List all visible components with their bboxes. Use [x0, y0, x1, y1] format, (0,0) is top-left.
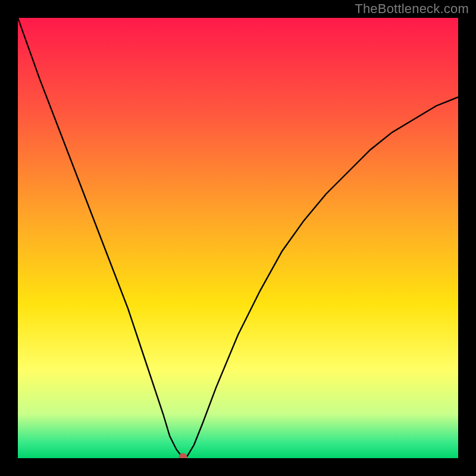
watermark-text: TheBottleneck.com [355, 1, 469, 17]
gradient-background [18, 18, 458, 458]
plot-area [18, 18, 458, 458]
chart-frame: TheBottleneck.com [0, 0, 476, 476]
chart-svg [18, 18, 458, 458]
